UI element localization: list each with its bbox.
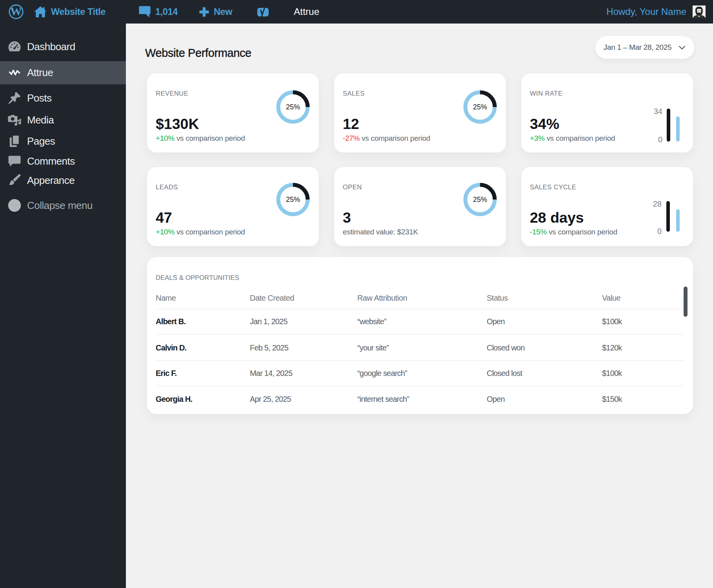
svg-text:25%: 25% [286,196,300,203]
svg-text:W: W [10,5,22,18]
svg-text:25%: 25% [473,196,487,203]
svg-text:25%: 25% [473,103,487,111]
svg-text:25%: 25% [286,103,300,111]
